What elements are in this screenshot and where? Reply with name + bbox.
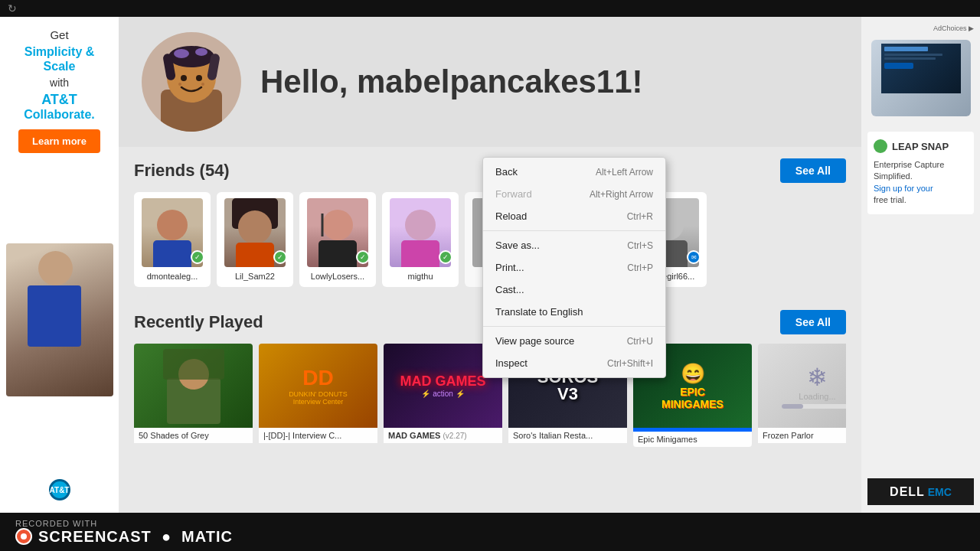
game-name: 50 Shades of Grey <box>134 428 253 443</box>
menu-item-label: View page source <box>495 335 574 347</box>
context-menu-item[interactable]: Cast... <box>483 279 665 301</box>
att-simplicity-text: Simplicity & Scale <box>8 44 111 73</box>
att-collaborate-text: Collaborate. <box>8 108 111 122</box>
leap-snap-description: Enterprise Capture Simplified. Sign up f… <box>874 159 968 207</box>
menu-item-shortcut: Ctrl+Shift+I <box>607 358 653 369</box>
list-item: ✓ migthu <box>382 192 459 287</box>
svg-rect-15 <box>236 243 274 267</box>
profile-header: Hello, mabelpancakes11! <box>119 17 861 147</box>
friend-name: LowlyLosers... <box>305 272 370 281</box>
menu-item-shortcut: Alt+Right Arrow <box>590 189 653 200</box>
friend-name: dmontealeg... <box>140 272 204 281</box>
laptop-image <box>871 40 971 116</box>
svg-rect-17 <box>318 240 357 267</box>
att-circle-logo: AT&T <box>49 479 70 500</box>
svg-point-14 <box>238 210 272 244</box>
menu-item-label: Print... <box>495 262 524 273</box>
svg-rect-27 <box>163 349 224 380</box>
adchoices-label: AdChoices ▶ <box>933 24 974 32</box>
menu-item-label: Inspect <box>495 357 528 369</box>
recorded-with-label: RECORDED WITH <box>15 519 233 528</box>
context-menu-item[interactable]: ReloadCtrl+R <box>483 205 665 227</box>
att-with-text: with <box>8 77 111 89</box>
leap-snap-header: LEAP SNAP <box>874 139 968 153</box>
context-menu-item: ForwardAlt+Right Arrow <box>483 183 665 205</box>
avatar-svg <box>142 32 241 132</box>
screencast-icon <box>15 528 32 545</box>
svg-point-10 <box>201 83 204 86</box>
menu-divider <box>483 326 665 327</box>
leap-snap-ad: LEAP SNAP Enterprise Capture Simplified.… <box>867 132 974 214</box>
recently-played-title: Recently Played <box>134 312 263 332</box>
leap-snap-dot-icon <box>874 139 887 153</box>
list-item[interactable]: ❄ Loading... Frozen Parlor <box>758 344 846 447</box>
hello-label: Hello, mabelpancakes11! <box>260 64 643 99</box>
avatar-container <box>142 32 241 132</box>
game-name: Soro's Italian Resta... <box>508 428 627 443</box>
context-menu-item[interactable]: InspectCtrl+Shift+I <box>483 352 665 374</box>
game-name: Epic Minigames <box>633 432 752 447</box>
right-advertisement: AdChoices ▶ LEAP SNAP Enterprise Capture… <box>861 17 980 513</box>
list-item[interactable]: DD DUNKIN' DONUTSInterview Center |-[DD]… <box>259 344 377 447</box>
svg-point-2 <box>168 46 214 67</box>
menu-item-shortcut: Ctrl+P <box>627 262 653 273</box>
friends-see-all-button[interactable]: See All <box>780 158 846 183</box>
menu-item-label: Forward <box>495 188 532 200</box>
svg-point-9 <box>178 83 181 86</box>
game-name: MAD GAMES (v2.27) <box>384 428 502 443</box>
avatar <box>142 32 241 132</box>
friend-name: migthu <box>388 272 452 281</box>
bottom-bar: RECORDED WITH SCREENCAST ● MATIC <box>0 513 980 551</box>
menu-divider <box>483 230 665 231</box>
att-ad-image <box>6 243 113 396</box>
greeting-text: Hello, mabelpancakes11! <box>260 64 643 100</box>
list-item: ✓ LowlyLosers... <box>299 192 376 287</box>
screencast-logo: RECORDED WITH SCREENCAST ● MATIC <box>15 519 233 545</box>
left-advertisement: Get Simplicity & Scale with AT&T Collabo… <box>0 17 119 513</box>
svg-point-6 <box>195 48 207 56</box>
screencast-name-label: SCREENCAST ● MATIC <box>38 528 233 545</box>
svg-point-8 <box>196 75 202 81</box>
svg-point-19 <box>405 210 436 240</box>
menu-item-shortcut: Alt+Left Arrow <box>596 167 653 178</box>
att-ad-content: Get Simplicity & Scale with AT&T Collabo… <box>8 28 111 153</box>
top-browser-bar: ↻ <box>0 0 980 17</box>
list-item: ✓ dmontealeg... <box>134 192 211 287</box>
menu-item-label: Back <box>495 166 518 178</box>
svg-rect-12 <box>153 240 191 267</box>
online-badge: ✓ <box>356 250 370 264</box>
context-menu-item[interactable]: Save as...Ctrl+S <box>483 234 665 256</box>
menu-item-label: Cast... <box>495 284 524 295</box>
online-badge: ✓ <box>191 250 204 264</box>
menu-item-label: Reload <box>495 210 527 222</box>
att-brand-text: AT&T <box>8 92 111 108</box>
menu-item-shortcut: Ctrl+U <box>627 336 653 347</box>
svg-point-5 <box>174 49 189 58</box>
att-logo: AT&T <box>37 478 83 501</box>
svg-point-7 <box>181 75 187 81</box>
learn-more-button[interactable]: Learn more <box>18 129 100 153</box>
online-badge: ✓ <box>273 250 287 264</box>
svg-point-11 <box>157 210 188 240</box>
reload-icon[interactable]: ↻ <box>8 2 17 15</box>
context-menu-item[interactable]: View page sourceCtrl+U <box>483 330 665 352</box>
context-menu-item[interactable]: BackAlt+Left Arrow <box>483 161 665 183</box>
dell-emc-text: EMC <box>925 486 952 498</box>
laptop-screen <box>881 44 961 93</box>
list-item[interactable]: 50 Shades of Grey <box>134 344 253 447</box>
friend-name: Lil_Sam22 <box>223 272 287 281</box>
recently-played-see-all-button[interactable]: See All <box>780 310 846 334</box>
context-menu-item[interactable]: Translate to English <box>483 301 665 323</box>
game-name: Frozen Parlor <box>758 428 846 443</box>
menu-item-label: Translate to English <box>495 306 583 318</box>
menu-item-shortcut: Ctrl+S <box>627 240 653 251</box>
list-item: ✓ Lil_Sam22 <box>217 192 293 287</box>
leap-snap-title: LEAP SNAP <box>892 141 949 152</box>
menu-item-shortcut: Ctrl+R <box>627 211 653 222</box>
context-menu-item[interactable]: Print...Ctrl+P <box>483 256 665 279</box>
menu-item-label: Save as... <box>495 240 540 251</box>
message-badge: ✉ <box>687 250 701 264</box>
game-name: |-[DD]-| Interview C... <box>259 428 377 443</box>
context-menu: BackAlt+Left ArrowForwardAlt+Right Arrow… <box>482 157 666 378</box>
svg-point-16 <box>322 210 353 240</box>
